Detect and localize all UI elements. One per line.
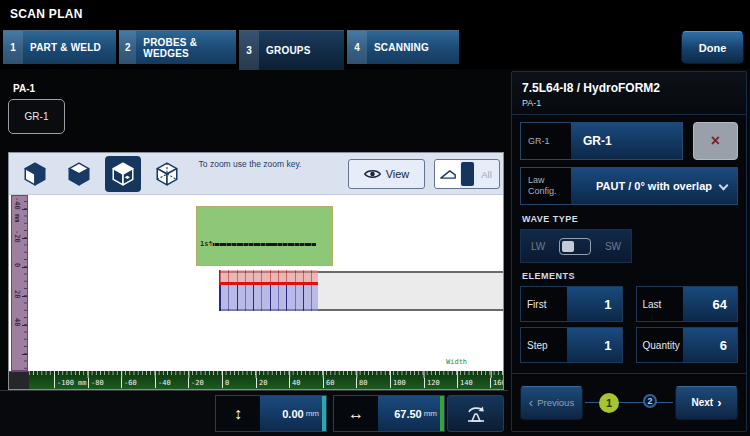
h-ruler-label: 40 xyxy=(289,378,300,388)
show-all-wedges-toggle[interactable]: All xyxy=(434,159,500,189)
last-value[interactable]: 64 xyxy=(683,287,738,321)
horizontal-width-field[interactable]: ↔ 67.50 mm xyxy=(333,395,445,432)
probe-array-label: PA-1 xyxy=(13,83,35,94)
view-cube-wireframe-button[interactable] xyxy=(149,156,185,192)
horizontal-width-unit: mm xyxy=(424,409,437,418)
chevron-left-icon: ‹ xyxy=(529,396,533,409)
h-ruler-label: 60 xyxy=(323,378,334,388)
panel-frame: 7.5L64-I8 / HydroFORM2 PA-1 GR-1 GR-1 × … xyxy=(511,71,747,432)
element-array-line xyxy=(213,243,316,246)
cube-side-icon xyxy=(22,161,48,187)
view-cube-side-button[interactable] xyxy=(17,156,53,192)
wave-type-section-label: WAVE TYPE xyxy=(522,214,738,224)
near-field-zone xyxy=(219,270,318,282)
vertical-ruler-ticks xyxy=(22,196,27,370)
h-ruler-label: 140 xyxy=(457,378,473,388)
tab-groups[interactable]: 3 GROUPS xyxy=(239,30,344,70)
tab-label: SCANNING xyxy=(367,31,433,64)
group-settings-panel: 7.5L64-I8 / HydroFORM2 PA-1 GR-1 GR-1 × … xyxy=(508,69,750,436)
tab-probes-and-wedges[interactable]: 2 PROBES & WEDGES xyxy=(119,30,236,64)
h-ruler-label: 100 xyxy=(390,378,406,388)
probe-housing[interactable]: 1st xyxy=(196,206,333,266)
h-ruler-label: 160 xyxy=(490,378,503,388)
scan-plan-drawing: 1st Width -40 mm -20 0 20 40 -100 mm -80… xyxy=(9,195,503,389)
wave-type-lw-label: LW xyxy=(531,241,545,252)
view-cube-top-button[interactable] xyxy=(61,156,97,192)
quantity-field[interactable]: Quantity 6 xyxy=(636,327,739,363)
step-2-badge[interactable]: 2 xyxy=(643,394,657,408)
green-accent-stripe xyxy=(440,396,444,431)
step-1-badge-active[interactable]: 1 xyxy=(599,393,619,413)
wave-type-sw-label: SW xyxy=(605,241,621,252)
wedge-icon xyxy=(435,160,460,188)
first-label: First xyxy=(521,287,567,321)
page-title: SCAN PLAN xyxy=(10,7,83,21)
last-element-field[interactable]: Last 64 xyxy=(636,286,739,322)
next-button[interactable]: Next › xyxy=(675,386,738,420)
eye-icon xyxy=(364,168,381,180)
ruler-corner xyxy=(9,371,29,389)
step-label: Step xyxy=(521,328,567,362)
zoom-hint-text: To zoom use the zoom key. xyxy=(187,158,313,171)
h-ruler-label: -100 mm xyxy=(54,378,87,388)
teal-accent-stripe xyxy=(322,396,326,431)
first-value[interactable]: 1 xyxy=(567,287,622,321)
wave-type-toggle[interactable]: LW SW xyxy=(520,229,632,263)
next-label: Next xyxy=(691,397,713,408)
step-value[interactable]: 1 xyxy=(567,328,622,362)
previous-label: Previous xyxy=(537,397,574,408)
law-config-field[interactable]: Law Config. PAUT / 0° with overlap xyxy=(520,167,738,205)
tab-number: 4 xyxy=(347,31,367,64)
group-name-row: GR-1 GR-1 × xyxy=(520,122,738,160)
view-cube-3d-button-selected[interactable] xyxy=(105,156,141,192)
tab-number: 1 xyxy=(3,31,23,64)
group-name-field[interactable]: GR-1 GR-1 xyxy=(520,122,683,160)
title-bar: SCAN PLAN xyxy=(0,0,750,28)
tab-bar: 1 PART & WELD 2 PROBES & WEDGES 3 GROUPS… xyxy=(0,28,750,69)
done-button[interactable]: Done xyxy=(681,31,744,64)
vertical-offset-value: 0.00 xyxy=(282,408,303,420)
scan-plan-canvas: To zoom use the zoom key. View All 1st xyxy=(8,152,504,390)
canvas-toolbar: To zoom use the zoom key. View All xyxy=(9,153,503,195)
h-ruler-label: 0 xyxy=(222,378,229,388)
tab-part-and-weld[interactable]: 1 PART & WELD xyxy=(3,30,116,64)
view-button-label: View xyxy=(386,168,410,180)
tab-number: 2 xyxy=(119,31,136,64)
group-name-label: GR-1 xyxy=(521,123,571,159)
cube-wireframe-icon xyxy=(154,161,180,187)
h-ruler-label: -40 xyxy=(155,378,171,388)
group-tab-gr1[interactable]: GR-1 xyxy=(8,99,65,134)
vertical-ruler: -40 mm -20 0 20 40 xyxy=(11,195,28,371)
v-ruler-label: 40 xyxy=(13,318,21,326)
tab-label: PART & WELD xyxy=(23,31,105,64)
vertical-offset-field[interactable]: ↕ 0.00 mm xyxy=(215,395,327,432)
horizontal-ruler-ticks xyxy=(29,371,503,378)
panel-header: 7.5L64-I8 / HydroFORM2 PA-1 xyxy=(512,72,746,115)
group-name-value[interactable]: GR-1 xyxy=(571,123,682,159)
elements-grid: First 1 Last 64 Step 1 Quantity 6 xyxy=(520,286,738,363)
probe-array-subtitle: PA-1 xyxy=(522,98,736,108)
v-ruler-label: -40 mm xyxy=(13,197,21,222)
cube-top-icon xyxy=(66,161,92,187)
h-ruler-label: 120 xyxy=(424,378,440,388)
tab-scanning[interactable]: 4 SCANNING xyxy=(347,30,459,64)
cube-3d-icon xyxy=(110,161,136,187)
law-config-value[interactable]: PAUT / 0° with overlap xyxy=(571,168,737,204)
first-element-field[interactable]: First 1 xyxy=(520,286,623,322)
width-axis-label: Width xyxy=(446,358,467,366)
h-ruler-label: 80 xyxy=(356,378,367,388)
horizontal-ruler: -100 mm -80 -60 -40 -20 0 20 40 60 80 10… xyxy=(29,371,503,389)
delete-group-button[interactable]: × xyxy=(693,122,738,160)
measurement-bar: ↕ 0.00 mm ↔ 67.50 mm xyxy=(0,390,508,436)
step-field[interactable]: Step 1 xyxy=(520,327,623,363)
wave-type-switch[interactable] xyxy=(559,238,591,255)
tab-label: PROBES & WEDGES xyxy=(136,31,236,64)
view-button[interactable]: View xyxy=(348,159,425,189)
quantity-value[interactable]: 6 xyxy=(683,328,738,362)
flip-probe-button[interactable] xyxy=(447,395,504,432)
vertical-arrows-icon: ↕ xyxy=(216,396,260,431)
chevron-right-icon: › xyxy=(717,396,721,409)
previous-button[interactable]: ‹ Previous xyxy=(520,386,583,420)
toggle-knob[interactable] xyxy=(461,162,474,186)
wizard-navigation: ‹ Previous 1 2 Next › xyxy=(512,373,746,431)
